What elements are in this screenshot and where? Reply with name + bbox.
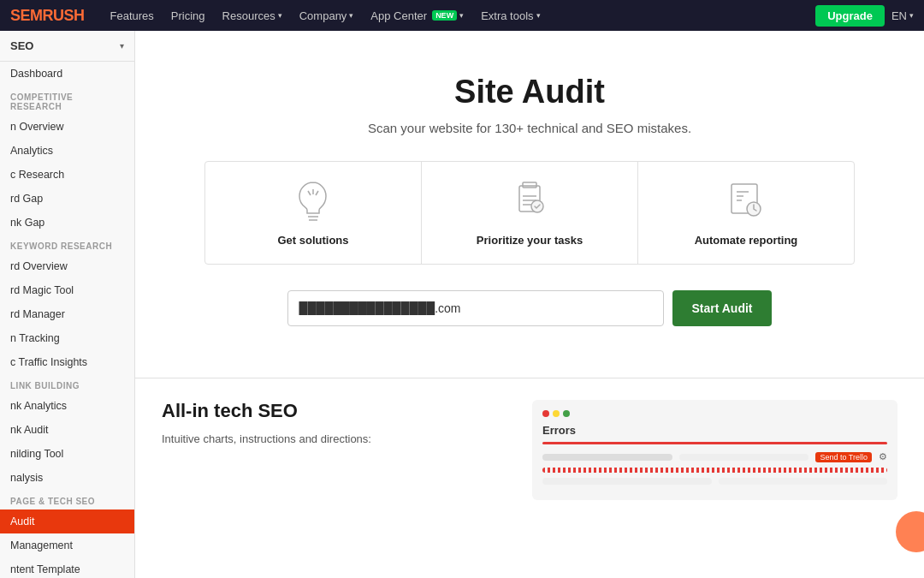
nav-resources[interactable]: Resources ▾ xyxy=(214,0,291,31)
send-to-trello-badge[interactable]: Send to Trello xyxy=(815,452,872,462)
start-audit-button[interactable]: Start Audit xyxy=(672,290,771,326)
settings-icon[interactable]: ⚙ xyxy=(879,451,887,462)
language-selector[interactable]: EN ▾ xyxy=(891,9,914,22)
feature-solutions-label: Get solutions xyxy=(277,234,348,247)
tech-seo-card: Errors Send to Trello ⚙ xyxy=(532,400,897,500)
chart-icon xyxy=(724,179,768,223)
sidebar-header-text: SEO xyxy=(10,39,33,52)
tech-seo-text: All-in tech SEO Intuitive charts, instru… xyxy=(162,400,506,500)
error-bar xyxy=(542,442,887,444)
nav-pricing[interactable]: Pricing xyxy=(163,0,214,31)
card-row-line-2 xyxy=(679,454,809,461)
page-title: Site Audit xyxy=(204,74,855,110)
dot-yellow xyxy=(553,410,560,417)
new-badge: NEW xyxy=(432,10,457,21)
nav-app-center[interactable]: App Center NEW ▾ xyxy=(362,0,472,31)
lightbulb-icon xyxy=(291,179,335,223)
sidebar-header[interactable]: SEO ▾ xyxy=(0,31,134,62)
main-content: Site Audit Scan your website for 130+ te… xyxy=(135,31,924,578)
sidebar-item-dashboard[interactable]: Dashboard xyxy=(0,62,134,86)
hero-section: Site Audit Scan your website for 130+ te… xyxy=(187,31,872,378)
svg-line-4 xyxy=(316,191,318,195)
sidebar-section-keyword: KEYWORD RESEARCH xyxy=(0,235,134,254)
card-pattern-line xyxy=(542,468,887,473)
card-row-3-right xyxy=(719,478,888,485)
sidebar-section-link-building: LINK BUILDING xyxy=(0,374,134,394)
dot-red xyxy=(542,410,549,417)
sidebar-item-audit[interactable]: Audit xyxy=(0,509,134,533)
nav-company[interactable]: Company ▾ xyxy=(291,0,363,31)
dot-green xyxy=(563,410,570,417)
chat-widget[interactable] xyxy=(896,511,924,552)
sidebar-item-rd-gap[interactable]: rd Gap xyxy=(0,187,134,211)
sidebar-item-link-audit[interactable]: nk Audit xyxy=(0,418,134,442)
chevron-down-icon: ▾ xyxy=(278,11,282,20)
feature-automate-label: Automate reporting xyxy=(695,234,798,247)
sidebar-item-analysis[interactable]: nalysis xyxy=(0,466,134,490)
sidebar-item-content-template[interactable]: ntent Template xyxy=(0,557,134,578)
sidebar-item-overview[interactable]: n Overview xyxy=(0,115,134,139)
tech-seo-title: All-in tech SEO xyxy=(162,400,506,422)
sidebar-item-n-tracking[interactable]: n Tracking xyxy=(0,326,134,350)
chevron-down-icon: ▾ xyxy=(909,11,914,20)
sidebar-item-kw-magic[interactable]: rd Magic Tool xyxy=(0,278,134,302)
card-row-3-left xyxy=(542,478,712,485)
sidebar-section-competitive: COMPETITIVE RESEARCH xyxy=(0,86,134,115)
chevron-down-icon: ▾ xyxy=(120,41,124,51)
chevron-down-icon: ▾ xyxy=(459,11,464,20)
sidebar-item-building-tool[interactable]: nilding Tool xyxy=(0,442,134,466)
nav-right-section: Upgrade EN ▾ xyxy=(815,5,914,27)
top-navigation: SEMRUSH Features Pricing Resources ▾ Com… xyxy=(0,0,924,31)
sidebar-item-management[interactable]: Management xyxy=(0,533,134,557)
feature-prioritize-label: Prioritize your tasks xyxy=(477,234,583,247)
features-row: Get solutions xyxy=(204,161,855,265)
svg-rect-6 xyxy=(523,182,536,188)
card-errors-label: Errors xyxy=(542,424,887,437)
chevron-down-icon: ▾ xyxy=(536,11,541,20)
sidebar-item-analytics[interactable]: Analytics xyxy=(0,139,134,163)
semrush-logo[interactable]: SEMRUSH xyxy=(10,7,85,25)
main-layout: SEO ▾ Dashboard COMPETITIVE RESEARCH n O… xyxy=(0,31,924,578)
card-row-2 xyxy=(542,468,887,473)
sidebar-item-link-gap[interactable]: nk Gap xyxy=(0,211,134,235)
tasks-icon xyxy=(507,179,552,223)
card-row-3 xyxy=(542,478,887,485)
feature-automate: Automate reporting xyxy=(638,162,854,264)
chevron-down-icon: ▾ xyxy=(349,11,353,20)
card-row-line xyxy=(542,454,672,461)
feature-prioritize: Prioritize your tasks xyxy=(422,162,638,264)
tech-seo-section: All-in tech SEO Intuitive charts, instru… xyxy=(145,400,915,500)
sidebar-item-research[interactable]: c Research xyxy=(0,163,134,187)
domain-input[interactable] xyxy=(287,290,664,326)
sidebar-item-kw-overview[interactable]: rd Overview xyxy=(0,254,134,278)
search-bar-row: Start Audit xyxy=(204,290,855,326)
sidebar-section-tech-seo: PAGE & TECH SEO xyxy=(0,490,134,509)
upgrade-button[interactable]: Upgrade xyxy=(815,5,885,27)
sidebar-item-traffic-insights[interactable]: c Traffic Insights xyxy=(0,350,134,374)
window-dots xyxy=(542,410,887,417)
section-divider xyxy=(135,378,924,378)
hero-subtitle: Scan your website for 130+ technical and… xyxy=(204,121,855,135)
svg-line-3 xyxy=(308,191,311,195)
nav-extra-tools[interactable]: Extra tools ▾ xyxy=(472,0,548,31)
nav-features[interactable]: Features xyxy=(102,0,163,31)
sidebar: SEO ▾ Dashboard COMPETITIVE RESEARCH n O… xyxy=(0,31,135,578)
tech-seo-desc: Intuitive charts, instructions and direc… xyxy=(162,431,506,449)
feature-get-solutions: Get solutions xyxy=(205,162,422,264)
sidebar-item-kw-manager[interactable]: rd Manager xyxy=(0,302,134,326)
card-row-1: Send to Trello ⚙ xyxy=(542,451,887,462)
sidebar-item-link-analytics[interactable]: nk Analytics xyxy=(0,394,134,418)
